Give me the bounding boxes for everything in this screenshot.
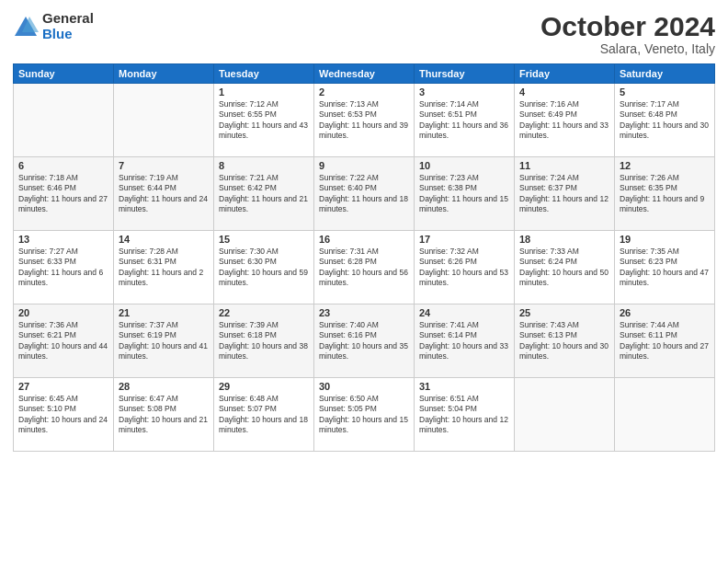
sunrise-text: Sunrise: 7:28 AM	[119, 247, 209, 257]
calendar-cell-w1d6: 4Sunrise: 7:16 AMSunset: 6:49 PMDaylight…	[515, 84, 615, 157]
calendar-cell-w2d2: 7Sunrise: 7:19 AMSunset: 6:44 PMDaylight…	[114, 157, 214, 231]
daylight-text: Daylight: 10 hours and 35 minutes.	[319, 341, 409, 362]
daylight-text: Daylight: 10 hours and 47 minutes.	[620, 268, 710, 289]
day-number: 4	[519, 86, 609, 98]
daylight-text: Daylight: 11 hours and 6 minutes.	[18, 268, 108, 289]
sunset-text: Sunset: 6:14 PM	[419, 330, 509, 340]
week-row-4: 20Sunrise: 7:36 AMSunset: 6:21 PMDayligh…	[14, 304, 715, 378]
day-number: 12	[620, 160, 710, 171]
col-sunday: Sunday	[14, 64, 114, 84]
day-info: Sunrise: 7:31 AMSunset: 6:28 PMDaylight:…	[319, 247, 409, 289]
sunset-text: Sunset: 6:21 PM	[18, 330, 108, 340]
calendar-cell-w3d4: 16Sunrise: 7:31 AMSunset: 6:28 PMDayligh…	[314, 231, 415, 304]
day-number: 24	[419, 307, 509, 318]
calendar-cell-w4d1: 20Sunrise: 7:36 AMSunset: 6:21 PMDayligh…	[14, 304, 114, 378]
daylight-text: Daylight: 11 hours and 30 minutes.	[620, 121, 710, 142]
calendar-title: October 2024	[540, 11, 715, 41]
sunrise-text: Sunrise: 7:31 AM	[319, 247, 409, 257]
sunrise-text: Sunrise: 6:51 AM	[419, 394, 509, 404]
daylight-text: Daylight: 10 hours and 30 minutes.	[519, 341, 609, 362]
calendar-cell-w5d5: 31Sunrise: 6:51 AMSunset: 5:04 PMDayligh…	[415, 378, 515, 452]
sunset-text: Sunset: 6:42 PM	[219, 183, 309, 193]
daylight-text: Daylight: 10 hours and 27 minutes.	[620, 341, 710, 362]
day-number: 10	[419, 160, 509, 171]
sunset-text: Sunset: 6:31 PM	[119, 257, 209, 267]
sunrise-text: Sunrise: 7:17 AM	[620, 99, 710, 109]
logo-text: General Blue	[42, 11, 94, 41]
day-number: 13	[18, 234, 108, 245]
day-info: Sunrise: 7:19 AMSunset: 6:44 PMDaylight:…	[119, 173, 209, 215]
sunrise-text: Sunrise: 7:37 AM	[119, 320, 209, 330]
sunset-text: Sunset: 6:46 PM	[18, 183, 108, 193]
calendar-cell-w2d6: 11Sunrise: 7:24 AMSunset: 6:37 PMDayligh…	[515, 157, 615, 231]
daylight-text: Daylight: 11 hours and 33 minutes.	[519, 121, 609, 142]
calendar-cell-w2d3: 8Sunrise: 7:21 AMSunset: 6:42 PMDaylight…	[214, 157, 314, 231]
sunrise-text: Sunrise: 7:22 AM	[319, 173, 409, 183]
calendar-cell-w5d1: 27Sunrise: 6:45 AMSunset: 5:10 PMDayligh…	[14, 378, 114, 452]
daylight-text: Daylight: 11 hours and 43 minutes.	[219, 121, 309, 142]
daylight-text: Daylight: 10 hours and 50 minutes.	[519, 268, 609, 289]
day-number: 19	[620, 234, 710, 245]
day-info: Sunrise: 7:24 AMSunset: 6:37 PMDaylight:…	[519, 173, 609, 215]
calendar-cell-w5d3: 29Sunrise: 6:48 AMSunset: 5:07 PMDayligh…	[214, 378, 314, 452]
day-info: Sunrise: 7:16 AMSunset: 6:49 PMDaylight:…	[519, 99, 609, 142]
sunset-text: Sunset: 6:18 PM	[219, 330, 309, 340]
day-number: 14	[119, 234, 209, 245]
sunrise-text: Sunrise: 6:45 AM	[18, 394, 108, 404]
calendar-cell-w5d6	[515, 378, 615, 452]
sunset-text: Sunset: 6:13 PM	[519, 330, 609, 340]
daylight-text: Daylight: 10 hours and 44 minutes.	[18, 341, 108, 362]
sunrise-text: Sunrise: 7:12 AM	[219, 99, 309, 109]
sunrise-text: Sunrise: 7:33 AM	[519, 247, 609, 257]
day-number: 7	[119, 160, 209, 171]
calendar-cell-w1d2	[114, 84, 214, 157]
daylight-text: Daylight: 11 hours and 15 minutes.	[419, 194, 509, 215]
day-info: Sunrise: 7:32 AMSunset: 6:26 PMDaylight:…	[419, 247, 509, 289]
logo: General Blue	[13, 11, 94, 41]
calendar-cell-w5d7	[615, 378, 715, 452]
day-number: 3	[419, 86, 509, 98]
calendar-cell-w4d4: 23Sunrise: 7:40 AMSunset: 6:16 PMDayligh…	[314, 304, 415, 378]
sunset-text: Sunset: 6:33 PM	[18, 257, 108, 267]
day-number: 17	[419, 234, 509, 245]
sunset-text: Sunset: 6:19 PM	[119, 330, 209, 340]
sunrise-text: Sunrise: 6:47 AM	[119, 394, 209, 404]
calendar-cell-w4d6: 25Sunrise: 7:43 AMSunset: 6:13 PMDayligh…	[515, 304, 615, 378]
sunrise-text: Sunrise: 7:14 AM	[419, 99, 509, 109]
day-number: 8	[219, 160, 309, 171]
daylight-text: Daylight: 11 hours and 39 minutes.	[319, 121, 409, 142]
day-info: Sunrise: 7:14 AMSunset: 6:51 PMDaylight:…	[419, 99, 509, 142]
col-wednesday: Wednesday	[314, 64, 415, 84]
day-number: 11	[519, 160, 609, 171]
calendar-subtitle: Salara, Veneto, Italy	[540, 41, 715, 56]
sunset-text: Sunset: 5:10 PM	[18, 404, 108, 414]
daylight-text: Daylight: 11 hours and 2 minutes.	[119, 268, 209, 289]
sunset-text: Sunset: 6:40 PM	[319, 183, 409, 193]
daylight-text: Daylight: 10 hours and 24 minutes.	[18, 415, 108, 436]
calendar-cell-w1d7: 5Sunrise: 7:17 AMSunset: 6:48 PMDaylight…	[615, 84, 715, 157]
sunset-text: Sunset: 6:11 PM	[620, 330, 710, 340]
day-info: Sunrise: 6:48 AMSunset: 5:07 PMDaylight:…	[219, 394, 309, 436]
col-thursday: Thursday	[415, 64, 515, 84]
day-number: 15	[219, 234, 309, 245]
sunrise-text: Sunrise: 7:21 AM	[219, 173, 309, 183]
sunrise-text: Sunrise: 7:18 AM	[18, 173, 108, 183]
daylight-text: Daylight: 11 hours and 24 minutes.	[119, 194, 209, 215]
day-info: Sunrise: 6:47 AMSunset: 5:08 PMDaylight:…	[119, 394, 209, 436]
day-number: 28	[119, 381, 209, 392]
day-number: 31	[419, 381, 509, 392]
daylight-text: Daylight: 10 hours and 21 minutes.	[119, 415, 209, 436]
sunrise-text: Sunrise: 7:39 AM	[219, 320, 309, 330]
day-info: Sunrise: 7:17 AMSunset: 6:48 PMDaylight:…	[620, 99, 710, 142]
sunset-text: Sunset: 6:26 PM	[419, 257, 509, 267]
day-number: 5	[620, 86, 710, 98]
calendar-cell-w4d2: 21Sunrise: 7:37 AMSunset: 6:19 PMDayligh…	[114, 304, 214, 378]
sunset-text: Sunset: 6:55 PM	[219, 109, 309, 120]
day-info: Sunrise: 7:13 AMSunset: 6:53 PMDaylight:…	[319, 99, 409, 142]
day-number: 27	[18, 381, 108, 392]
sunrise-text: Sunrise: 7:43 AM	[519, 320, 609, 330]
daylight-text: Daylight: 10 hours and 33 minutes.	[419, 341, 509, 362]
calendar-cell-w3d3: 15Sunrise: 7:30 AMSunset: 6:30 PMDayligh…	[214, 231, 314, 304]
sunset-text: Sunset: 6:23 PM	[620, 257, 710, 267]
col-friday: Friday	[515, 64, 615, 84]
